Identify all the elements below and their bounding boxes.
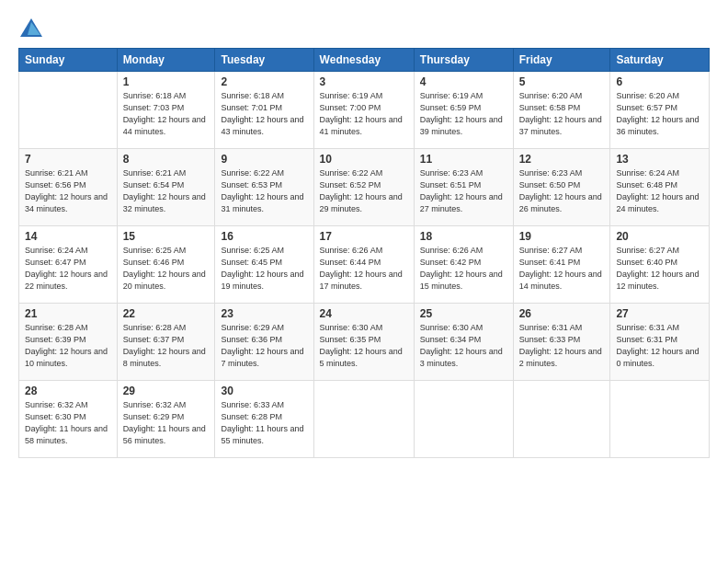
day-info: Sunrise: 6:29 AMSunset: 6:36 PMDaylight:… bbox=[221, 322, 307, 370]
day-cell: 27Sunrise: 6:31 AMSunset: 6:31 PMDayligh… bbox=[610, 304, 710, 381]
weekday-header-sunday: Sunday bbox=[19, 49, 118, 72]
day-number: 26 bbox=[519, 307, 605, 320]
day-info: Sunrise: 6:18 AMSunset: 7:03 PMDaylight:… bbox=[123, 90, 210, 138]
week-row-4: 28Sunrise: 6:32 AMSunset: 6:30 PMDayligh… bbox=[19, 381, 710, 458]
day-cell bbox=[610, 381, 710, 458]
calendar-table: SundayMondayTuesdayWednesdayThursdayFrid… bbox=[18, 48, 710, 458]
day-number: 14 bbox=[25, 230, 111, 243]
day-number: 12 bbox=[519, 153, 605, 166]
day-number: 8 bbox=[123, 153, 210, 166]
day-number: 28 bbox=[25, 385, 111, 397]
day-cell: 23Sunrise: 6:29 AMSunset: 6:36 PMDayligh… bbox=[215, 304, 313, 381]
day-number: 13 bbox=[616, 153, 703, 166]
week-row-0: 1Sunrise: 6:18 AMSunset: 7:03 PMDaylight… bbox=[19, 72, 710, 149]
day-info: Sunrise: 6:26 AMSunset: 6:42 PMDaylight:… bbox=[420, 245, 507, 293]
week-row-3: 21Sunrise: 6:28 AMSunset: 6:39 PMDayligh… bbox=[19, 304, 710, 381]
day-cell: 11Sunrise: 6:23 AMSunset: 6:51 PMDayligh… bbox=[414, 149, 513, 226]
day-cell: 25Sunrise: 6:30 AMSunset: 6:34 PMDayligh… bbox=[414, 304, 513, 381]
day-cell bbox=[19, 72, 118, 149]
day-info: Sunrise: 6:27 AMSunset: 6:40 PMDaylight:… bbox=[616, 245, 703, 293]
day-info: Sunrise: 6:19 AMSunset: 7:00 PMDaylight:… bbox=[320, 90, 408, 138]
day-info: Sunrise: 6:27 AMSunset: 6:41 PMDaylight:… bbox=[519, 245, 605, 293]
week-row-1: 7Sunrise: 6:21 AMSunset: 6:56 PMDaylight… bbox=[19, 149, 710, 226]
day-cell bbox=[414, 381, 513, 458]
day-cell: 16Sunrise: 6:25 AMSunset: 6:45 PMDayligh… bbox=[215, 226, 313, 304]
header bbox=[18, 17, 710, 42]
day-number: 4 bbox=[420, 75, 507, 88]
day-number: 20 bbox=[616, 230, 703, 243]
day-number: 22 bbox=[123, 307, 210, 320]
day-number: 18 bbox=[420, 230, 507, 243]
day-cell: 14Sunrise: 6:24 AMSunset: 6:47 PMDayligh… bbox=[19, 226, 118, 304]
day-info: Sunrise: 6:19 AMSunset: 6:59 PMDaylight:… bbox=[420, 90, 507, 138]
day-info: Sunrise: 6:24 AMSunset: 6:48 PMDaylight:… bbox=[616, 167, 703, 215]
day-number: 29 bbox=[123, 385, 210, 397]
day-cell: 4Sunrise: 6:19 AMSunset: 6:59 PMDaylight… bbox=[414, 72, 513, 149]
day-info: Sunrise: 6:32 AMSunset: 6:29 PMDaylight:… bbox=[123, 399, 210, 447]
weekday-header-friday: Friday bbox=[513, 49, 610, 72]
day-cell: 5Sunrise: 6:20 AMSunset: 6:58 PMDaylight… bbox=[513, 72, 610, 149]
day-cell: 12Sunrise: 6:23 AMSunset: 6:50 PMDayligh… bbox=[513, 149, 610, 226]
day-info: Sunrise: 6:23 AMSunset: 6:50 PMDaylight:… bbox=[519, 167, 605, 215]
day-info: Sunrise: 6:20 AMSunset: 6:57 PMDaylight:… bbox=[616, 90, 703, 138]
day-cell: 3Sunrise: 6:19 AMSunset: 7:00 PMDaylight… bbox=[313, 72, 414, 149]
day-info: Sunrise: 6:30 AMSunset: 6:35 PMDaylight:… bbox=[320, 322, 408, 370]
day-info: Sunrise: 6:26 AMSunset: 6:44 PMDaylight:… bbox=[320, 245, 408, 293]
day-cell: 13Sunrise: 6:24 AMSunset: 6:48 PMDayligh… bbox=[610, 149, 710, 226]
day-info: Sunrise: 6:22 AMSunset: 6:52 PMDaylight:… bbox=[320, 167, 408, 215]
day-cell: 2Sunrise: 6:18 AMSunset: 7:01 PMDaylight… bbox=[215, 72, 313, 149]
day-number: 2 bbox=[221, 75, 307, 88]
day-number: 27 bbox=[616, 307, 703, 320]
day-number: 25 bbox=[420, 307, 507, 320]
day-number: 19 bbox=[519, 230, 605, 243]
day-cell: 1Sunrise: 6:18 AMSunset: 7:03 PMDaylight… bbox=[117, 72, 215, 149]
page: SundayMondayTuesdayWednesdayThursdayFrid… bbox=[0, 0, 728, 563]
day-cell: 7Sunrise: 6:21 AMSunset: 6:56 PMDaylight… bbox=[19, 149, 118, 226]
day-info: Sunrise: 6:30 AMSunset: 6:34 PMDaylight:… bbox=[420, 322, 507, 370]
day-info: Sunrise: 6:25 AMSunset: 6:46 PMDaylight:… bbox=[123, 245, 210, 293]
day-number: 24 bbox=[320, 307, 408, 320]
day-cell: 19Sunrise: 6:27 AMSunset: 6:41 PMDayligh… bbox=[513, 226, 610, 304]
logo-icon bbox=[18, 17, 44, 42]
day-number: 1 bbox=[123, 75, 210, 88]
weekday-header-row: SundayMondayTuesdayWednesdayThursdayFrid… bbox=[19, 49, 710, 72]
day-info: Sunrise: 6:31 AMSunset: 6:33 PMDaylight:… bbox=[519, 322, 605, 370]
day-info: Sunrise: 6:24 AMSunset: 6:47 PMDaylight:… bbox=[25, 245, 111, 293]
day-info: Sunrise: 6:20 AMSunset: 6:58 PMDaylight:… bbox=[519, 90, 605, 138]
day-cell: 24Sunrise: 6:30 AMSunset: 6:35 PMDayligh… bbox=[313, 304, 414, 381]
day-cell: 21Sunrise: 6:28 AMSunset: 6:39 PMDayligh… bbox=[19, 304, 118, 381]
day-info: Sunrise: 6:32 AMSunset: 6:30 PMDaylight:… bbox=[25, 399, 111, 447]
day-cell: 30Sunrise: 6:33 AMSunset: 6:28 PMDayligh… bbox=[215, 381, 313, 458]
day-info: Sunrise: 6:28 AMSunset: 6:37 PMDaylight:… bbox=[123, 322, 210, 370]
day-info: Sunrise: 6:23 AMSunset: 6:51 PMDaylight:… bbox=[420, 167, 507, 215]
day-number: 6 bbox=[616, 75, 703, 88]
day-cell: 20Sunrise: 6:27 AMSunset: 6:40 PMDayligh… bbox=[610, 226, 710, 304]
day-cell: 26Sunrise: 6:31 AMSunset: 6:33 PMDayligh… bbox=[513, 304, 610, 381]
weekday-header-saturday: Saturday bbox=[610, 49, 710, 72]
weekday-header-thursday: Thursday bbox=[414, 49, 513, 72]
day-info: Sunrise: 6:31 AMSunset: 6:31 PMDaylight:… bbox=[616, 322, 703, 370]
day-number: 30 bbox=[221, 385, 307, 397]
day-number: 11 bbox=[420, 153, 507, 166]
day-info: Sunrise: 6:18 AMSunset: 7:01 PMDaylight:… bbox=[221, 90, 307, 138]
day-info: Sunrise: 6:25 AMSunset: 6:45 PMDaylight:… bbox=[221, 245, 307, 293]
day-number: 21 bbox=[25, 307, 111, 320]
day-cell bbox=[513, 381, 610, 458]
weekday-header-wednesday: Wednesday bbox=[313, 49, 414, 72]
day-cell: 18Sunrise: 6:26 AMSunset: 6:42 PMDayligh… bbox=[414, 226, 513, 304]
day-info: Sunrise: 6:22 AMSunset: 6:53 PMDaylight:… bbox=[221, 167, 307, 215]
day-cell: 6Sunrise: 6:20 AMSunset: 6:57 PMDaylight… bbox=[610, 72, 710, 149]
weekday-header-tuesday: Tuesday bbox=[215, 49, 313, 72]
day-number: 15 bbox=[123, 230, 210, 243]
logo bbox=[18, 17, 48, 42]
day-cell: 22Sunrise: 6:28 AMSunset: 6:37 PMDayligh… bbox=[117, 304, 215, 381]
day-cell: 17Sunrise: 6:26 AMSunset: 6:44 PMDayligh… bbox=[313, 226, 414, 304]
day-cell: 10Sunrise: 6:22 AMSunset: 6:52 PMDayligh… bbox=[313, 149, 414, 226]
day-cell: 8Sunrise: 6:21 AMSunset: 6:54 PMDaylight… bbox=[117, 149, 215, 226]
week-row-2: 14Sunrise: 6:24 AMSunset: 6:47 PMDayligh… bbox=[19, 226, 710, 304]
day-info: Sunrise: 6:21 AMSunset: 6:54 PMDaylight:… bbox=[123, 167, 210, 215]
day-number: 5 bbox=[519, 75, 605, 88]
day-number: 17 bbox=[320, 230, 408, 243]
day-cell: 29Sunrise: 6:32 AMSunset: 6:29 PMDayligh… bbox=[117, 381, 215, 458]
day-number: 23 bbox=[221, 307, 307, 320]
